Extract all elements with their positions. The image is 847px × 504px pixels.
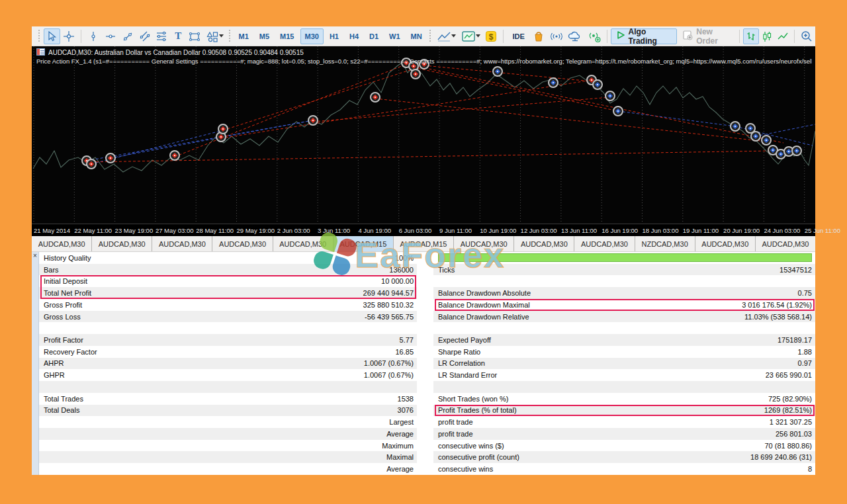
timeframe-h1-button[interactable]: H1 (325, 28, 343, 44)
report-row-value: 8 (808, 465, 812, 473)
channel-tool-button[interactable] (136, 28, 154, 44)
market-button[interactable] (530, 28, 547, 44)
chart-tab-11[interactable]: AUDCAD,M30 (695, 236, 755, 251)
report-row-value: Average (386, 465, 414, 473)
report-row-value: 3076 (398, 406, 414, 414)
deposit-button[interactable]: $ (482, 28, 500, 44)
candlestick-icon (761, 30, 773, 42)
sell-marker-icon (91, 163, 92, 165)
toolbar-grip (228, 30, 231, 43)
chart-tab-5[interactable]: AUDCAD,M15 (333, 236, 393, 251)
chart-tab-bar: AUDCAD,M30AUDCAD,M30AUDCAD,M30AUDCAD,M30… (32, 236, 815, 252)
report-row-label: consecutive wins ($) (438, 442, 504, 450)
report-row-value: -56 439 565.75 (365, 313, 414, 321)
report-row: LR Correlation0.97 (433, 358, 815, 370)
report-row: Expected Payoff175189.17 (433, 334, 815, 346)
timeframe-m5-button[interactable]: M5 (255, 28, 274, 44)
chart-tab-7[interactable]: AUDCAD,M30 (453, 236, 513, 251)
buy-marker-icon (780, 153, 781, 155)
signals-button[interactable] (585, 28, 603, 44)
date-label: 27 May 03:00 (156, 227, 194, 234)
report-row-value: 10 000.00 (381, 277, 414, 285)
buy-marker-icon (735, 126, 736, 127)
vertical-line-tool-button[interactable] (85, 28, 102, 44)
report-row-value: 1.88 (798, 348, 812, 356)
report-row-value: 0.97 (798, 359, 812, 367)
report-row-label: Balance Drawdown Maximal (438, 301, 530, 309)
chart-tab-2[interactable]: AUDCAD,M30 (152, 236, 212, 251)
shapes-tool-button[interactable] (203, 28, 226, 44)
buy-marker-icon (497, 71, 498, 72)
cursor-tool-button[interactable] (44, 28, 61, 44)
trendline-tool-button[interactable] (119, 28, 136, 44)
chart-tab-12[interactable]: AUDCAD,M30 (755, 236, 815, 251)
chart-tab-1[interactable]: AUDCAD,M30 (91, 236, 152, 251)
timeframe-m1-button[interactable]: M1 (234, 28, 253, 44)
close-toolbox-icon[interactable]: × (32, 252, 38, 260)
algo-trading-button[interactable]: Algo Trading (611, 28, 678, 44)
report-row-value: 1.0067 (0.67%) (364, 359, 414, 367)
buy-marker-icon (755, 136, 756, 137)
timeframe-d1-button[interactable]: D1 (365, 28, 383, 44)
chart-tab-6[interactable]: AUDCAD,M15 (393, 236, 453, 251)
report-row-label: Initial Deposit (44, 277, 87, 285)
new-order-button[interactable]: New Order (677, 28, 736, 44)
report-row: Total Net Profit269 440 944.57 (39, 287, 417, 299)
dropdown-caret-icon[interactable] (219, 34, 224, 38)
broadcast-icon (549, 30, 564, 43)
report-row: GHPR1.0067 (0.67%) (39, 369, 417, 381)
bar-chart-mode-button[interactable] (743, 28, 759, 44)
chart-tab-9[interactable]: AUDCAD,M30 (574, 236, 634, 251)
timeframe-w1-button[interactable]: W1 (384, 28, 405, 44)
report-row-label: AHPR (44, 359, 64, 367)
zoom-in-icon (800, 30, 813, 43)
sell-marker-icon (375, 97, 376, 98)
report-row: consecutive wins ($)70 (81 880.86) (433, 440, 815, 452)
report-row-label: Expected Payoff (438, 336, 491, 344)
report-row: Profit Trades (% of total)1269 (82.51%) (433, 405, 815, 417)
text-tool-button[interactable]: T (170, 28, 186, 44)
equidistant-channel-tool-button[interactable] (154, 28, 171, 44)
report-row: profit trade1 321 307.25 (433, 416, 815, 428)
chart-title-text: AUDCAD,M30: Australian Dollar vs Canadia… (48, 49, 304, 56)
report-row-value: 1.0067 (0.67%) (364, 371, 414, 379)
horizontal-line-tool-button[interactable] (102, 28, 119, 44)
indicators-button[interactable] (434, 28, 459, 44)
date-label: 21 May 2014 (34, 227, 70, 234)
price-chart[interactable] (32, 46, 815, 224)
timeframe-m15-button[interactable]: M15 (275, 28, 298, 44)
backtest-report: × History Quality100%Bars136000Initial D… (32, 252, 815, 475)
report-row-value: 3 016 176.54 (1.92%) (742, 301, 812, 309)
report-row-value: 325 880 510.32 (363, 301, 414, 309)
chart-tab-3[interactable]: AUDCAD,M30 (212, 236, 272, 251)
toolbar-grip (429, 30, 431, 43)
rectangle-tool-button[interactable] (186, 28, 203, 44)
cloud-button[interactable] (566, 28, 585, 44)
report-row-value: 11.03% (538 568.14) (744, 313, 812, 321)
date-label: 25 Jun 11:00 (805, 227, 840, 234)
dropdown-caret-icon[interactable] (476, 34, 480, 38)
report-row: profit trade256 801.03 (433, 428, 815, 440)
crosshair-tool-button[interactable] (60, 28, 77, 44)
chart-tab-8[interactable]: AUDCAD,M30 (513, 236, 574, 251)
line-chart-mode-button[interactable] (775, 28, 791, 44)
candlestick-mode-button[interactable] (759, 28, 775, 44)
chart-tab-0[interactable]: AUDCAD,M30 (32, 236, 91, 251)
report-left-column: History Quality100%Bars136000Initial Dep… (39, 252, 417, 475)
chart-tab-4[interactable]: AUDCAD,M30 (273, 236, 333, 251)
toolbar-separator (794, 30, 795, 43)
report-row: Total Trades1538 (39, 393, 417, 405)
chart-tab-10[interactable]: NZDCAD,M30 (635, 236, 695, 251)
chart-area[interactable]: AUDCAD,M30: Australian Dollar vs Canadia… (32, 46, 815, 236)
timeframe-mn-button[interactable]: MN (406, 28, 427, 44)
cursor-icon (45, 30, 58, 43)
broadcast-button[interactable] (547, 28, 566, 44)
zoom-in-button[interactable] (798, 28, 815, 44)
timeframe-h4-button[interactable]: H4 (345, 28, 363, 44)
ide-button[interactable]: IDE (507, 28, 530, 44)
dropdown-caret-icon[interactable] (451, 34, 456, 38)
timeframe-m30-button[interactable]: M30 (300, 28, 324, 44)
report-row-value: Maximum (382, 442, 414, 450)
report-row: Ticks15347512 (433, 264, 815, 276)
indicator-window-button[interactable] (459, 28, 483, 44)
